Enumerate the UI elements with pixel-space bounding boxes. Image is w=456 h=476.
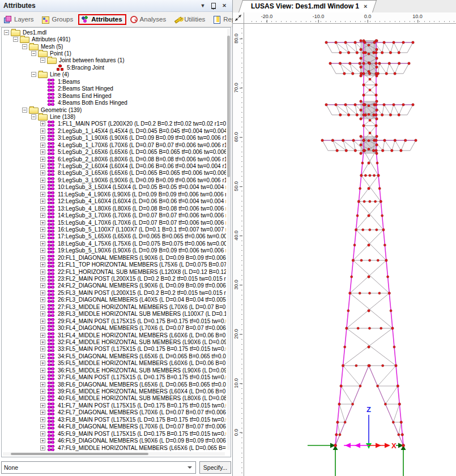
tree-item[interactable]: −Mesh (5) (2, 43, 226, 50)
tree-item[interactable]: 1:Beams (2, 78, 226, 85)
tree-item[interactable]: +27:FL3_MIDDLE HORIZONTAL MEMBERS (L70X6… (2, 303, 226, 310)
expand-icon[interactable]: + (40, 121, 45, 126)
tree-item[interactable]: +7:LegSub_2_L60X4 (L60X4 (L D=0.06 B=0.0… (2, 162, 226, 169)
tree-vertical-scrollbar[interactable] (227, 29, 230, 450)
tree-item[interactable]: −Line (138) (2, 113, 226, 120)
expand-icon[interactable]: + (40, 206, 45, 211)
tree-item[interactable]: +21:FL1_TOP HORIZONTAL MEMBERS (L75X6 (L… (2, 261, 226, 268)
expand-icon[interactable]: + (40, 389, 45, 394)
tree-item[interactable]: +34:FL5_DIAGONAL MEMBERS (L65X6 (L D=0.0… (2, 353, 226, 359)
tree-item[interactable]: −Des1.mdl (2, 29, 226, 36)
tab-analyses[interactable]: Analyses (127, 14, 171, 25)
tree-item[interactable]: −Line (4) (2, 71, 226, 78)
tree-item[interactable]: 3:Beams End Hinged (2, 92, 226, 99)
expand-icon[interactable]: + (40, 135, 45, 140)
expand-icon[interactable]: + (40, 290, 45, 295)
expand-icon[interactable]: + (40, 199, 45, 204)
expand-icon[interactable]: + (40, 445, 45, 451)
tree-item[interactable]: +15:LegSub_4_L70X6 (L70X6 (L D=0.07 B=0.… (2, 219, 226, 226)
tree-item[interactable]: +23:FL2_MAIN POST (L200X15 (L D=0.2 B=0.… (2, 275, 226, 282)
tree-item[interactable]: +35:FL5_MIDDLE HORIZONTAL MEMBERS (L60X6… (2, 360, 226, 367)
tree-item[interactable]: +3:LegSub_1_L90X6 (L90X6 (L D=0.09 B=0.0… (2, 135, 226, 141)
collapse-icon[interactable]: − (22, 44, 27, 49)
view-tab-close-icon[interactable]: × (364, 3, 367, 10)
collapse-icon[interactable]: − (13, 37, 18, 42)
tree-item[interactable]: +9:LegSub_3_L90X6 (L90X6 (L D=0.09 B=0.0… (2, 177, 226, 183)
tree-item[interactable]: +46:FL9_DIAGONAL MEMBERS (L90X6 (L D=0.0… (2, 437, 226, 444)
expand-icon[interactable]: + (40, 178, 45, 183)
expand-icon[interactable]: + (40, 361, 45, 366)
tree-item[interactable]: +32:FL4_MIDDLE HORIZONTAL SUB MEMBERS (L… (2, 338, 226, 345)
expand-icon[interactable]: + (40, 241, 45, 246)
expand-icon[interactable]: + (40, 220, 45, 225)
tree-item[interactable]: +22:FL1_HORIZONTAL SUB MEMBERS (L120X8 (… (2, 268, 226, 275)
expand-icon[interactable]: + (40, 424, 45, 429)
tree-item[interactable]: +24:FL2_DIAGONAL MEMBERS (L90X6 (L D=0.0… (2, 282, 226, 289)
expand-icon[interactable]: + (40, 185, 45, 190)
collapse-icon[interactable]: − (4, 30, 9, 35)
expand-icon[interactable]: + (40, 311, 45, 316)
tree-item[interactable]: +28:FL3_MIDDLE HORIZONTAL SUB MEMBERS (L… (2, 311, 226, 318)
tree-item[interactable]: +25:FL3_MAIN POST (L200X15 (L D=0.2 B=0.… (2, 289, 226, 296)
tree-item[interactable]: +36:FL5_MIDDLE HORIZONTAL SUB MEMBERS (L… (2, 367, 226, 374)
expand-icon[interactable]: + (40, 269, 45, 275)
collapse-icon[interactable]: − (22, 108, 27, 113)
tree-item[interactable]: +16:LegSub_5_L100X7 (L100X7 (L D=0.1 B=0… (2, 226, 226, 233)
model-canvas[interactable]: ZX (244, 24, 455, 476)
expand-icon[interactable]: + (40, 354, 45, 359)
tree-item[interactable]: +44:FL8_DIAGONAL MEMBERS (L70X6 (L D=0.0… (2, 423, 226, 430)
expand-icon[interactable]: + (40, 262, 45, 267)
expand-icon[interactable]: + (40, 346, 45, 351)
collapse-icon[interactable]: − (31, 51, 36, 56)
expand-icon[interactable]: + (40, 403, 45, 408)
tree-item[interactable]: 4:Beams Both Ends Hinged (2, 99, 226, 106)
expand-icon[interactable]: + (40, 396, 45, 401)
expand-icon[interactable]: + (40, 325, 45, 331)
tree-item[interactable]: +1:FL1_MAIN POST (L200X20 (L D=0.2 B=0.2… (2, 121, 226, 127)
expand-icon[interactable]: + (40, 368, 45, 373)
expand-icon[interactable]: + (40, 319, 45, 324)
expand-icon[interactable]: + (40, 164, 45, 169)
expand-icon[interactable]: + (40, 248, 45, 253)
expand-icon[interactable]: + (40, 382, 45, 387)
tree-item[interactable]: +18:LegSub_4_L75X6 (L75X6 (L D=0.075 B=0… (2, 240, 226, 247)
tree-item[interactable]: +4:LegSub_1_L70X6 (L70X6 (L D=0.07 B=0.0… (2, 141, 226, 148)
expand-icon[interactable]: + (40, 305, 45, 310)
tree-item[interactable]: +42:FL7_DIAGONAL MEMBERS (L70X6 (L D=0.0… (2, 409, 226, 416)
tree-item[interactable]: −Attributes (491) (2, 36, 226, 42)
expand-icon[interactable]: + (40, 149, 45, 155)
collapse-icon[interactable]: − (31, 72, 36, 77)
expand-icon[interactable]: + (40, 170, 45, 175)
expand-icon[interactable]: + (40, 333, 45, 338)
expand-icon[interactable]: + (40, 128, 45, 134)
tree-item[interactable]: +5:LegSub_2_L65X6 (L65X6 (L D=0.065 B=0.… (2, 148, 226, 155)
tree-item[interactable]: +40:FL6_MIDDLE HORIZONTAL SUB MEMBERS (L… (2, 395, 226, 402)
tree-item[interactable]: +30:FL4_DIAGONAL MEMBERS (L70X6 (L D=0.0… (2, 324, 226, 331)
expand-icon[interactable]: + (40, 143, 45, 148)
tree-item[interactable]: +33:FL5_MAIN POST (L175X15 (L D=0.175 B=… (2, 346, 226, 353)
tab-groups[interactable]: Groups (39, 14, 78, 25)
expand-icon[interactable]: + (40, 410, 45, 415)
tab-utilities[interactable]: Utilities (171, 14, 209, 25)
expand-icon[interactable]: + (40, 417, 45, 422)
panel-dropdown-icon[interactable]: ▼ (198, 2, 207, 10)
tree-item[interactable]: +19:LegSub_5_L90X6 (L90X6 (L D=0.09 B=0.… (2, 247, 226, 254)
expand-icon[interactable]: + (40, 297, 45, 302)
expand-icon[interactable]: + (40, 340, 45, 345)
close-icon[interactable]: ✕ (220, 2, 229, 10)
tree-item[interactable]: +17:LegSub_5_L65X6 (L65X6 (L D=0.065 B=0… (2, 233, 226, 240)
expand-icon[interactable]: + (40, 157, 45, 162)
tree-item[interactable]: +8:LegSub_3_L65X6 (L65X6 (L D=0.065 B=0.… (2, 170, 226, 177)
tree-item[interactable]: +10:LegSub_3_L50X4 (L50X4 (L D=0.05 B=0.… (2, 184, 226, 191)
tree-item[interactable]: +13:LegSub_4_L80X6 (L80X6 (L D=0.08 B=0.… (2, 205, 226, 212)
specify-button[interactable]: Specify... (199, 461, 231, 474)
tree-item[interactable]: +38:FL6_DIAGONAL MEMBERS (L65X6 (L D=0.0… (2, 381, 226, 388)
tree-item[interactable]: −Geometric (139) (2, 106, 226, 113)
tree-item[interactable]: +29:FL4_MAIN POST (L175X15 (L D=0.175 B=… (2, 318, 226, 324)
tree-item[interactable]: +31:FL4_MIDDLE HORIZONTAL MEMBERS (L60X6… (2, 332, 226, 338)
tree-item[interactable]: −Joint between features (1) (2, 57, 226, 64)
expand-icon[interactable]: + (40, 227, 45, 232)
tree-item[interactable]: +39:FL6_MIDDLE HORIZONTAL MEMBERS (L60X4… (2, 388, 226, 394)
collapse-icon[interactable]: − (31, 114, 36, 119)
tree-item[interactable]: +20:FL1_DIAGONAL MEMBERS (L90X6 (L D=0.0… (2, 254, 226, 261)
